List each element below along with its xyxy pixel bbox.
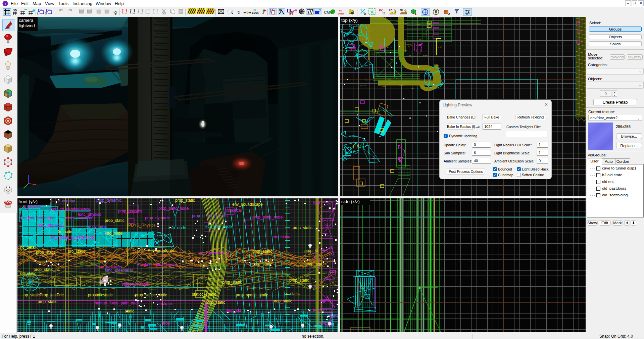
svg-text:bunker_lightsprkspart: bunker_lightsprkspart — [138, 262, 177, 267]
svg-text:prop_stat: prop_stat — [305, 262, 323, 267]
svg-text:prop_pinfo_node: prop_pinfo_node — [158, 206, 189, 211]
svg-text:light: light — [321, 298, 329, 303]
svg-text:prop: prop — [162, 321, 170, 326]
svg-text:prop_static: prop_static — [105, 218, 125, 223]
svg-text:S: S — [45, 12, 47, 15]
svg-text:static: static — [125, 309, 134, 313]
svg-text:prop_static: prop_static — [252, 262, 272, 267]
svg-text:top (x/y): top (x/y) — [341, 18, 358, 23]
svg-text:prop_detail_physics: prop_detail_physics — [192, 213, 228, 218]
svg-text:info_node: info_node — [105, 231, 122, 236]
svg-text:fu_modettala: fu_modettala — [204, 263, 228, 268]
svg-text:prop_static_nc: prop_static_nc — [34, 267, 60, 272]
svg-text:thstrack: thstrack — [158, 301, 173, 306]
svg-text:3D: 3D — [400, 9, 403, 12]
svg-text:c_overlay: c_overlay — [58, 199, 75, 203]
svg-text:fo_node: fo_node — [58, 230, 72, 234]
svg-text:prop_physics2: prop_physics2 — [38, 223, 64, 228]
svg-text:huntter_force_path_track: huntter_force_path_track — [95, 301, 140, 305]
svg-text:prop_static: prop_static — [205, 300, 225, 305]
svg-text:%2: %2 — [208, 10, 212, 13]
svg-text:c_static: c_static — [286, 291, 300, 296]
svg-text:eca_info_node: eca_info_node — [205, 224, 232, 229]
svg-text:prop_physics: prop_physics — [118, 209, 142, 213]
svg-text:info_node: info_node — [168, 226, 186, 230]
svg-text:prop_static: prop_static — [175, 198, 195, 203]
svg-text:UV: UV — [253, 9, 256, 11]
svg-text:lightwnd: lightwnd — [19, 23, 35, 28]
svg-text:front (y/z): front (y/z) — [18, 199, 38, 204]
svg-text:prop_static: prop_static — [273, 299, 292, 303]
svg-text:func_areaportal: func_areaportal — [105, 268, 133, 273]
svg-text:L: L — [37, 12, 39, 15]
svg-text:2D: 2D — [389, 9, 392, 12]
svg-text:draw: draw — [338, 12, 344, 15]
svg-text:3D: 3D — [13, 9, 17, 12]
svg-text:onset_stascalcra: onset_stascalcra — [64, 215, 95, 220]
svg-text:infodecal: infodecal — [226, 208, 242, 213]
svg-text:nro_static: nro_static — [273, 234, 290, 239]
svg-text:generic: generic — [330, 314, 338, 319]
svg-text:prop_static: prop_static — [38, 299, 57, 304]
svg-text:env_soundscape: env_soundscape — [232, 202, 263, 207]
svg-text:op_static: op_static — [20, 271, 36, 276]
svg-text:prop_static: prop_static — [289, 278, 309, 283]
svg-text:F_9epropStatic: F_9epropStatic — [148, 248, 175, 253]
svg-text:prop_static: prop_static — [36, 250, 56, 255]
svg-text:ati: ati — [318, 326, 322, 330]
svg-text:prop_pinfo_node: prop_pinfo_node — [252, 215, 283, 220]
svg-text:prop_re: prop_re — [313, 307, 327, 312]
svg-text:prop_ch_deadcabence: prop_ch_deadcabence — [49, 207, 90, 211]
svg-text:light: light — [313, 201, 320, 205]
svg-text:T: T — [445, 11, 447, 14]
svg-text:camera: camera — [19, 18, 34, 23]
svg-text:FX: FX — [379, 9, 383, 12]
svg-text:prostaticstatic: prostaticstatic — [88, 293, 112, 297]
svg-text:prop_gwysystem: prop_gwysystem — [199, 250, 229, 255]
svg-text:staticc_spatic: staticc_spatic — [192, 292, 216, 297]
svg-text:prop_sta: prop_sta — [226, 308, 241, 313]
svg-text:prop_static: prop_static — [293, 226, 312, 230]
svg-text:sandbag_overlaps: sandbag_overlaps — [20, 215, 53, 220]
svg-text:trigger_multiple: trigger_multiple — [121, 282, 149, 287]
svg-text:p_physics: p_physics — [23, 204, 41, 209]
svg-text:prop_dynamic: prop_dynamic — [96, 198, 121, 203]
svg-text:prop_dynamic: prop_dynamic — [145, 215, 170, 220]
svg-text:nc_house_ro_sequence: nc_house_ro_sequence — [51, 235, 94, 240]
svg-text:prop_static: prop_static — [222, 280, 242, 285]
svg-text:no: no — [339, 9, 342, 12]
svg-text:prop_saticc_static: prop_saticc_static — [135, 293, 167, 297]
svg-text:prop_spatic_static: prop_spatic_static — [236, 293, 268, 297]
svg-text:X2: X2 — [199, 10, 203, 13]
svg-text:c_dynamic: c_dynamic — [88, 224, 107, 229]
svg-text:LOCK: LOCK — [252, 12, 259, 14]
svg-text:pro_static: pro_static — [68, 249, 85, 254]
svg-text:side (x/z): side (x/z) — [341, 199, 360, 204]
svg-text:prop_st: prop_st — [304, 248, 318, 253]
svg-text:PDYS_Rhysics: PDYS_Rhysics — [128, 223, 155, 228]
svg-text:prop_static: prop_static — [252, 249, 272, 254]
svg-text:nc_detail: nc_detail — [20, 245, 36, 250]
svg-text:op_staticProp_jestPric: op_staticProp_jestPric — [23, 293, 63, 297]
